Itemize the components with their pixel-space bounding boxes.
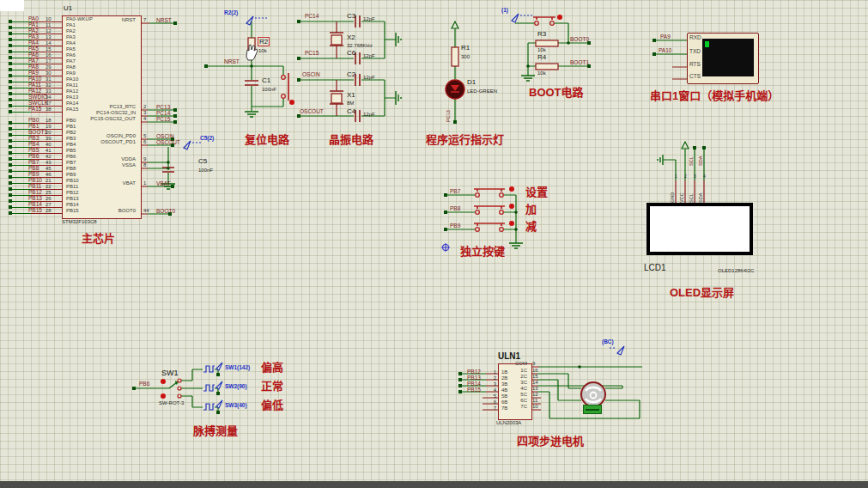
net-label: PC15 — [156, 116, 170, 122]
pin-number: 34 — [46, 95, 52, 100]
pin-name: SDA — [698, 186, 703, 203]
pin-number: 2 — [143, 104, 146, 109]
net-label-pc14: PC14 — [305, 13, 319, 19]
pin-number: 33 — [46, 88, 52, 94]
stepper-motor[interactable] — [581, 382, 605, 406]
title-reset: 复位电路 — [245, 134, 289, 146]
pin-number: 9 — [532, 361, 535, 366]
pin-number: 14 — [46, 40, 52, 46]
c5-value: 100nF — [198, 168, 213, 173]
led-d1[interactable] — [446, 80, 464, 99]
pin-number: 2 — [490, 375, 496, 381]
pin-number: 25 — [46, 190, 52, 195]
junction-dot — [167, 41, 581, 369]
title-keys: 独立按键 — [460, 246, 505, 258]
net-label-oscout: OSCOUT — [300, 108, 324, 114]
net-label-pc13: PC13 — [446, 101, 451, 122]
pin-name: PA6 — [66, 52, 76, 58]
pin-number: 16 — [532, 368, 538, 373]
r2-ref[interactable]: R2 — [258, 38, 269, 46]
pin-name: PA10 — [66, 76, 78, 82]
c2-ref: C2 — [347, 70, 355, 78]
pin-name: PA4 — [66, 40, 76, 46]
pin-name: 6C — [501, 398, 527, 403]
pin-number: 30 — [46, 70, 52, 76]
pin-number: 16 — [46, 52, 52, 58]
pin-number: 26 — [46, 196, 52, 201]
pin-number: 12 — [46, 28, 52, 34]
pin-name: 5C — [501, 392, 527, 397]
pin-name: PC13_RTC — [86, 104, 136, 109]
pin-number: 11 — [532, 398, 537, 403]
pin-number: 13 — [46, 34, 52, 40]
pin-name: PB5 — [66, 148, 76, 153]
title-serial: 串口1窗口（模拟手机端） — [650, 90, 779, 102]
pin-name: PA3 — [66, 34, 76, 40]
pin-number: 27 — [46, 202, 52, 207]
net-label: PA9 — [28, 70, 39, 76]
pin-name: SCL — [689, 186, 694, 203]
net-label: PB5 — [28, 147, 39, 153]
chip-pin-row: VBAT 1 VBAT — [0, 180, 197, 187]
pin-name: VCC — [679, 186, 684, 203]
pin-number: 15 — [532, 374, 538, 379]
net-label-pc15: PC15 — [305, 50, 319, 56]
crystal-x1[interactable] — [331, 94, 342, 103]
pin-number: 31 — [46, 76, 52, 82]
r2-value: 10k — [258, 48, 267, 53]
pin-name: PC14-OSC32_IN — [86, 110, 136, 115]
pin-number: 4 — [703, 174, 706, 179]
c6-value: 12pF — [363, 53, 375, 58]
pin-name: PA9 — [66, 70, 76, 76]
r3-ref: R3 — [537, 30, 546, 38]
pin-number: 44 — [143, 208, 149, 213]
net-label: PA4 — [28, 40, 39, 46]
resistor-r3[interactable] — [536, 40, 558, 46]
pulse-generator-icon[interactable] — [203, 366, 215, 410]
net-label: PC14 — [156, 110, 170, 116]
wire-green[interactable] — [134, 21, 704, 418]
d1-value: LED-GREEN — [467, 88, 497, 94]
pin-name: RXD — [689, 34, 701, 40]
pin-number: 19 — [46, 124, 52, 129]
pin-name: PA12 — [66, 88, 78, 94]
chip-pin-row: OSCOUT_PD1 6 OSCOUT — [0, 139, 197, 146]
net-label: PB9 — [450, 223, 460, 229]
pin-number: 6 — [490, 400, 496, 405]
resistor-r1[interactable] — [452, 47, 458, 66]
net-label: PA5 — [28, 46, 39, 52]
terminal-square[interactable] — [132, 20, 706, 414]
pin-number: 9 — [143, 156, 146, 162]
chip-pin-row: VSSA 8 — [0, 162, 197, 169]
resistor-r4[interactable] — [536, 64, 558, 70]
net-label: PB7 — [450, 188, 460, 194]
pin-number: 15 — [46, 46, 52, 52]
crystal-x2[interactable] — [331, 35, 342, 45]
pin-name: PB14 — [66, 202, 79, 207]
c3-value: 12pF — [363, 16, 375, 21]
oled-part: OLED12864I2C — [718, 268, 754, 273]
x2-value: 32.768KHz — [347, 43, 373, 48]
pin-name: BOOT0 — [86, 208, 136, 213]
pin-number: 3 — [694, 174, 696, 179]
sw1-ref: SW1 — [161, 369, 179, 377]
pin-name: 7C — [501, 404, 527, 409]
probe-label: R2(2) — [224, 9, 238, 15]
net-label: SCL — [689, 149, 694, 166]
chip-pin-row: BOOT0 44 BOOT0 — [0, 208, 197, 215]
net-label-boot0: BOOT0 — [570, 36, 589, 42]
title-oled: OLED显示屏 — [670, 287, 734, 299]
chip-ref: U1 — [64, 4, 72, 12]
pin-number: 4 — [490, 387, 496, 393]
pin-name: COM — [501, 361, 527, 366]
title-led: 程序运行指示灯 — [426, 134, 504, 146]
x1-ref: X1 — [347, 91, 355, 99]
pin-number: 3 — [143, 110, 146, 115]
net-label: OSCOUT — [156, 139, 180, 145]
c5-ref: C5 — [198, 157, 207, 165]
pin-name: VDDA — [86, 156, 136, 162]
voltage-probe-icon[interactable] — [184, 14, 624, 408]
key-function-label: 设置 — [525, 186, 548, 198]
net-label: SWDIO — [28, 94, 47, 100]
oled-display[interactable] — [646, 203, 753, 255]
